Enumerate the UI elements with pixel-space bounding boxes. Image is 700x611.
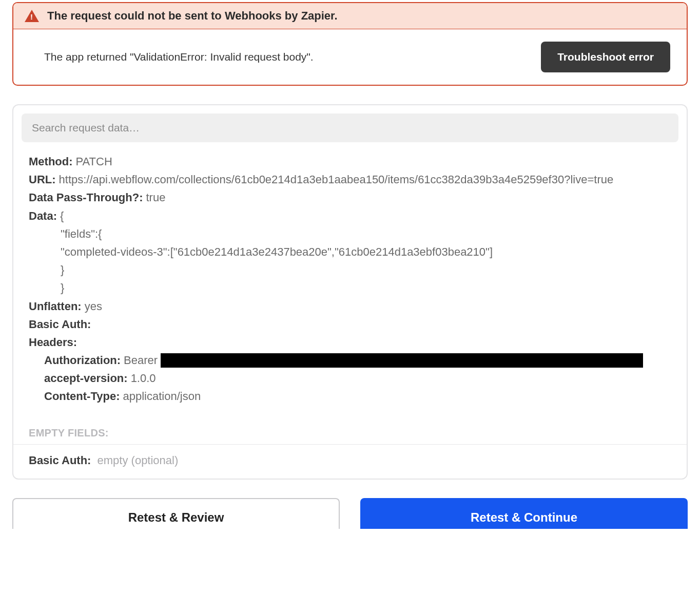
data-line-3: "completed-videos-3":["61cb0e214d1a3e243… (29, 243, 671, 261)
retest-review-button[interactable]: Retest & Review (12, 498, 340, 529)
alert-icon (25, 10, 39, 22)
empty-fields-label: EMPTY FIELDS: (13, 415, 687, 444)
method-label: Method: (29, 152, 73, 170)
data-label: Data: (29, 207, 57, 225)
footer-actions: Retest & Review Retest & Continue (12, 498, 688, 529)
search-input[interactable] (22, 113, 678, 142)
data-line-5: } (29, 279, 671, 297)
headers-label: Headers: (29, 333, 77, 351)
url-value: https://api.webflow.com/collections/61cb… (59, 170, 671, 188)
basic-auth-row-value: empty (optional) (98, 454, 179, 467)
data-line-4: } (29, 261, 671, 279)
redacted-token (161, 353, 643, 368)
hdr-accept-value: 1.0.0 (131, 369, 156, 387)
unflatten-label: Unflatten: (29, 297, 82, 315)
hdr-auth-label: Authorization: (44, 351, 121, 369)
error-title: The request could not be sent to Webhook… (47, 9, 338, 23)
hdr-ct-label: Content-Type: (44, 387, 120, 405)
pass-value: true (146, 188, 165, 206)
error-detail: The app returned "ValidationError: Inval… (44, 51, 314, 63)
basic-auth-row-label: Basic Auth: (29, 454, 91, 467)
url-label: URL: (29, 170, 56, 188)
hdr-ct-value: application/json (123, 387, 201, 405)
request-fields: Method: PATCH URL: https://api.webflow.c… (13, 148, 687, 415)
retest-continue-button[interactable]: Retest & Continue (360, 498, 688, 529)
troubleshoot-button[interactable]: Troubleshoot error (541, 42, 670, 72)
method-value: PATCH (76, 152, 112, 170)
error-card: The request could not be sent to Webhook… (12, 2, 688, 86)
error-body: The app returned "ValidationError: Inval… (13, 29, 687, 85)
unflatten-value: yes (85, 297, 102, 315)
hdr-accept-label: accept-version: (44, 369, 128, 387)
pass-label: Data Pass-Through?: (29, 188, 143, 206)
hdr-auth-value: Bearer (124, 351, 158, 369)
data-open: { (60, 207, 64, 225)
request-data-card: Method: PATCH URL: https://api.webflow.c… (12, 104, 688, 480)
data-line-2: "fields":{ (29, 225, 671, 243)
error-header: The request could not be sent to Webhook… (13, 3, 687, 29)
basic-auth-label: Basic Auth: (29, 315, 91, 333)
